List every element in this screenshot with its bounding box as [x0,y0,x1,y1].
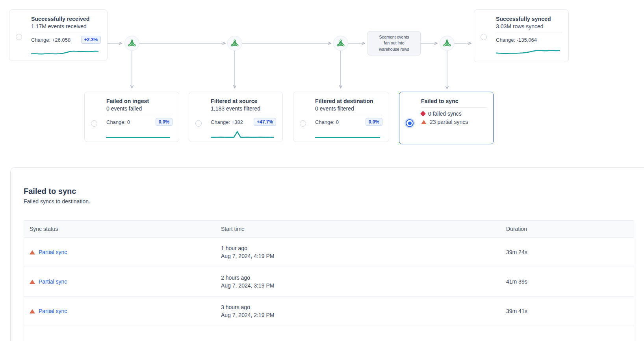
fan-out-note: Segment events fan out into warehouse ro… [367,31,421,55]
metric-radio[interactable] [195,120,202,127]
delivery-overview-page: Segment events fan out into warehouse ro… [0,0,644,341]
metric-radio-selected[interactable] [406,119,414,127]
divider [211,115,276,115]
card-title: Failed on ingest [106,98,173,104]
partial-triangle-icon [30,280,35,284]
pipeline-node-icon [333,36,348,51]
sparkline [106,129,170,139]
card-title: Filtered at source [211,98,276,104]
failed-to-sync-panel: Failed to sync Failed syncs to destinati… [10,167,644,341]
start-time-cell: 3 hours ago Aug 7, 2024, 2:19 PM [221,303,506,319]
metric-radio[interactable] [481,34,487,40]
sparkline [496,47,560,57]
card-value: 1.17M events received [31,23,101,29]
metric-card-failed-to-sync[interactable]: Failed to sync 0 failed syncs 23 partial… [399,92,494,144]
card-title: Successfully received [31,16,101,22]
pipeline-node-icon [227,36,242,51]
change-label: Change: -135,064 [496,37,537,43]
column-header-start-time: Start time [221,226,506,232]
card-value: 3.03M rows synced [496,23,562,29]
metric-card-filtered-at-source[interactable]: Filtered at source 1,183 events filtered… [189,92,283,142]
fan-out-note-line: warehouse rows [379,46,409,52]
card-value: 0 events filtered [315,105,382,112]
partial-sync-link[interactable]: Partial sync [39,308,67,314]
metric-radio[interactable] [91,120,97,127]
card-title: Failed to sync [421,98,487,104]
metric-radio[interactable] [16,34,22,40]
change-percent-badge: 0.0% [156,118,173,126]
sparkline [211,129,274,139]
change-label: Change: +26,058 [31,37,71,43]
metric-card-successfully-received[interactable]: Successfully received 1.17M events recei… [9,9,108,61]
sync-table-header: Sync status Start time Duration [24,221,634,237]
card-value: 1,183 events filtered [211,105,276,112]
start-time-cell: 2 hours ago Aug 7, 2024, 3:19 PM [221,274,506,289]
change-percent-badge: 0.0% [366,118,382,126]
divider [421,107,487,108]
table-row: Partial sync 1 hour ago Aug 7, 2024, 4:1… [24,237,634,267]
metric-card-filtered-at-destination[interactable]: Filtered at destination 0 events filtere… [293,92,389,142]
metric-radio[interactable] [300,120,306,127]
change-label: Change: 0 [315,119,339,125]
divider [106,115,173,115]
card-title: Successfully synced [496,16,562,22]
table-row: Partial sync 2 hours ago Aug 7, 2024, 3:… [24,267,634,296]
pipeline-node-icon [124,36,139,51]
sparkline [31,47,98,57]
change-label: Change: 0 [106,119,130,125]
pipeline-node-icon [440,36,455,51]
divider [315,115,382,115]
fan-out-note-line: fan out into [384,40,405,46]
failed-syncs-label: 0 failed syncs [428,111,462,117]
table-row-partial [24,326,634,341]
metric-card-failed-on-ingest[interactable]: Failed on ingest 0 events failed Change:… [84,92,179,142]
partial-triangle-icon [421,120,427,124]
divider [496,33,562,33]
table-row: Partial sync 3 hours ago Aug 7, 2024, 2:… [24,296,634,326]
panel-subtitle: Failed syncs to destination. [24,198,644,205]
duration-cell: 39m 24s [506,249,635,255]
change-label: Change: +382 [211,119,243,125]
duration-cell: 41m 39s [506,278,635,285]
card-title: Filtered at destination [315,98,382,104]
column-header-duration: Duration [506,226,635,232]
sync-table: Sync status Start time Duration Partial … [24,220,634,341]
card-value: 0 events failed [106,105,173,112]
panel-title: Failed to sync [24,187,644,196]
failed-diamond-icon [420,111,426,116]
partial-syncs-label: 23 partial syncs [430,119,468,125]
partial-sync-link[interactable]: Partial sync [39,249,67,255]
column-header-sync-status: Sync status [24,226,221,232]
sync-table-body: Partial sync 1 hour ago Aug 7, 2024, 4:1… [24,237,634,326]
sparkline [315,129,380,139]
divider [31,33,101,33]
partial-sync-link[interactable]: Partial sync [39,278,67,285]
partial-triangle-icon [30,309,35,313]
fan-out-note-line: Segment events [379,34,409,40]
change-percent-badge: +47.7% [254,118,276,126]
duration-cell: 39m 41s [506,308,635,314]
start-time-cell: 1 hour ago Aug 7, 2024, 4:19 PM [221,244,506,260]
partial-triangle-icon [30,250,35,254]
metric-card-successfully-synced[interactable]: Successfully synced 3.03M rows synced Ch… [474,9,569,62]
change-percent-badge: +2.3% [81,36,101,44]
